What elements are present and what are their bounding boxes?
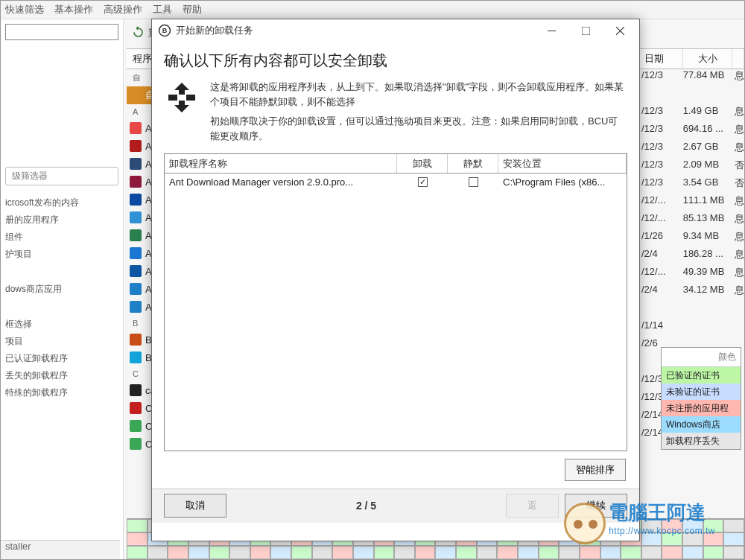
table-row[interactable]: Ant Download Manager version 2.9.0.pro..… [165,174,627,191]
treemap-cell[interactable] [229,546,250,559]
menu-tools[interactable]: 工具 [153,3,172,16]
search-input[interactable] [5,24,118,40]
treemap-cell[interactable] [621,546,641,559]
back-button[interactable]: 返 [506,494,559,518]
filter-item[interactable]: 册的应用程序 [5,211,118,229]
treemap-cell[interactable] [662,546,682,559]
treemap-cell[interactable] [168,546,188,559]
filter-item[interactable]: icrosoft发布的内容 [5,194,118,211]
table-row[interactable]: /12/32.67 GB息 [640,141,744,159]
table-row[interactable]: /12/33.54 GB否 [640,176,744,194]
treemap-cell[interactable] [539,546,559,559]
treemap-cell[interactable] [703,546,724,559]
col-silent[interactable]: 静默 [448,154,498,173]
filter-item[interactable]: 已认证卸载程序 [5,350,118,367]
treemap-cell[interactable] [703,532,724,546]
treemap-cell[interactable] [127,519,148,532]
table-row[interactable]: /2/4186.28 ...息 [640,248,744,266]
table-row[interactable]: /12/...111.1 MB息 [640,194,744,212]
treemap-cell[interactable] [250,546,271,559]
maximize-button[interactable] [569,21,602,40]
table-row[interactable] [640,302,744,319]
svg-rect-3 [582,27,590,35]
treemap-cell[interactable] [374,546,395,559]
app-icon [130,140,142,152]
app-icon [130,158,142,170]
treemap-cell[interactable] [312,546,333,559]
treemap-cell[interactable] [291,546,312,559]
treemap-cell[interactable] [580,546,600,559]
treemap-cell[interactable] [188,546,209,559]
dialog-info-text: 这是将卸载的应用程序列表，从上到下。如果取消选择"卸载"字段，则不会卸载应用程序… [210,80,627,144]
filter-item[interactable]: 丢失的卸载程序 [5,367,118,384]
table-row[interactable]: /12/31.49 GB息 [640,105,744,123]
filter-item[interactable]: 护项目 [5,246,118,263]
refresh-icon[interactable] [131,25,145,42]
col-uninstall-name[interactable]: 卸载程序名称 [165,154,397,173]
table-row[interactable]: /1/269.34 MB息 [640,230,744,248]
treemap-cell[interactable] [209,546,230,559]
filter-item[interactable]: 特殊的卸载程序 [5,384,118,401]
filter-item[interactable]: 组件 [5,229,118,246]
treemap-cell[interactable] [723,546,744,559]
menu-basic-ops[interactable]: 基本操作 [54,3,93,16]
table-row[interactable]: /12/...85.13 MB息 [640,212,744,230]
treemap-cell[interactable] [332,546,353,559]
treemap-cell[interactable] [497,546,518,559]
close-button[interactable] [603,21,636,40]
treemap-cell[interactable] [662,519,682,532]
treemap-cell[interactable] [641,546,662,559]
treemap-cell[interactable] [270,546,291,559]
table-row[interactable]: /12/3694.16 ...息 [640,123,744,141]
treemap-cell[interactable] [703,519,724,532]
treemap-cell[interactable] [148,546,168,559]
treemap-cell[interactable] [682,546,703,559]
menu-advanced-ops[interactable]: 高级操作 [104,3,142,16]
treemap-cell[interactable] [435,546,456,559]
minimize-button[interactable] [535,21,568,40]
column-header-size[interactable]: 大小 [683,49,732,69]
app-icon [130,283,142,295]
treemap-cell[interactable] [600,546,621,559]
treemap-cell[interactable] [559,546,580,559]
treemap-cell[interactable] [127,546,148,559]
column-header-extra[interactable] [732,49,744,69]
col-install-location[interactable]: 安装位置 [498,154,627,173]
table-row[interactable]: /12/...49.39 MB息 [640,266,744,284]
next-button[interactable]: 继续 [565,494,627,518]
filter-item[interactable]: dows商店应用 [5,281,118,298]
filter-list: icrosoft发布的内容 册的应用程序 组件 护项目 dows商店应用 框选择… [1,194,123,401]
smart-sort-button[interactable]: 智能排序 [565,459,626,481]
treemap-cell[interactable] [723,532,744,546]
treemap-cell[interactable] [641,519,662,532]
treemap-cell[interactable] [415,546,436,559]
row-uninstall-checkbox[interactable] [418,177,428,187]
col-uninstall[interactable]: 卸载 [397,154,448,173]
treemap-cell[interactable] [353,546,374,559]
menu-help[interactable]: 帮助 [183,3,202,16]
treemap-cell[interactable] [477,546,498,559]
menu-quickfilter[interactable]: 快速筛选 [5,3,44,16]
left-panel: 级筛选器 icrosoft发布的内容 册的应用程序 组件 护项目 dows商店应… [1,19,124,559]
treemap-cell[interactable] [641,532,662,546]
cancel-button[interactable]: 取消 [164,494,226,518]
table-row[interactable]: /1/14 [640,319,744,337]
filter-item[interactable]: 框选择 [5,316,118,333]
treemap-cell[interactable] [662,532,682,546]
column-header-date[interactable]: 日期 [640,49,683,69]
treemap-cell[interactable] [394,546,415,559]
advanced-filter-button[interactable]: 级筛选器 [5,167,118,185]
table-row[interactable]: /12/32.09 MB否 [640,159,744,176]
treemap-cell[interactable] [518,546,539,559]
filter-item[interactable]: 项目 [5,333,118,350]
table-row[interactable]: /12/377.84 MB息 [640,69,744,87]
treemap-cell[interactable] [682,519,703,532]
table-row[interactable]: /2/434.12 MB息 [640,284,744,302]
treemap-cell[interactable] [456,546,477,559]
treemap-cell[interactable] [723,519,744,532]
row-silent-checkbox[interactable] [469,177,478,187]
treemap-cell[interactable] [682,532,703,546]
app-icon [130,420,142,432]
table-row[interactable] [640,87,744,105]
treemap-cell[interactable] [127,532,148,546]
